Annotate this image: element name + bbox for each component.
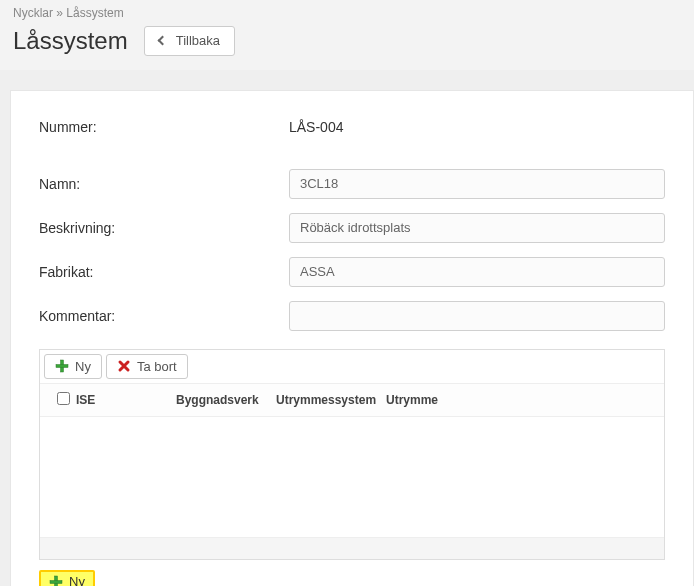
form-card: Nummer: LÅS-004 Namn: Beskrivning: Fabri… [10, 90, 694, 586]
delete-button[interactable]: Ta bort [106, 354, 188, 380]
fabrikat-label: Fabrikat: [39, 264, 289, 280]
fabrikat-input[interactable] [289, 257, 665, 287]
breadcrumb-sep: » [53, 6, 66, 20]
nummer-value: LÅS-004 [289, 119, 343, 135]
plus-icon [49, 575, 63, 586]
new-button-highlighted[interactable]: Ny [39, 570, 95, 586]
new-label: Ny [75, 359, 91, 375]
breadcrumb-part2: Låssystem [66, 6, 123, 20]
grid-header: ISE Byggnadsverk Utrymmessystem Utrymme [40, 384, 664, 417]
col-ise[interactable]: ISE [76, 393, 176, 407]
kommentar-input[interactable] [289, 301, 665, 331]
breadcrumb-part1[interactable]: Nycklar [13, 6, 53, 20]
delete-label: Ta bort [137, 359, 177, 375]
plus-icon [55, 359, 69, 373]
back-button[interactable]: Tillbaka [144, 26, 235, 56]
namn-label: Namn: [39, 176, 289, 192]
grid-section: Ny Ta bort ISE Byggnadsverk Utrymmessyst… [39, 349, 665, 561]
chevron-left-icon [157, 36, 167, 46]
beskrivning-label: Beskrivning: [39, 220, 289, 236]
namn-input[interactable] [289, 169, 665, 199]
page-title: Låssystem [13, 27, 128, 55]
grid-footer [40, 537, 664, 559]
breadcrumb: Nycklar » Låssystem [13, 2, 684, 24]
svg-rect-3 [50, 580, 62, 583]
svg-rect-1 [56, 365, 68, 368]
col-utrymme[interactable]: Utrymme [386, 393, 654, 407]
col-utrymmessystem[interactable]: Utrymmessystem [276, 393, 386, 407]
kommentar-label: Kommentar: [39, 308, 289, 324]
new-button[interactable]: Ny [44, 354, 102, 380]
back-label: Tillbaka [176, 33, 220, 49]
beskrivning-input[interactable] [289, 213, 665, 243]
select-all-checkbox[interactable] [57, 392, 70, 405]
x-icon [117, 359, 131, 373]
new-highlight-label: Ny [69, 574, 85, 586]
nummer-label: Nummer: [39, 119, 289, 135]
col-byggnadsverk[interactable]: Byggnadsverk [176, 393, 276, 407]
grid-body [40, 417, 664, 537]
